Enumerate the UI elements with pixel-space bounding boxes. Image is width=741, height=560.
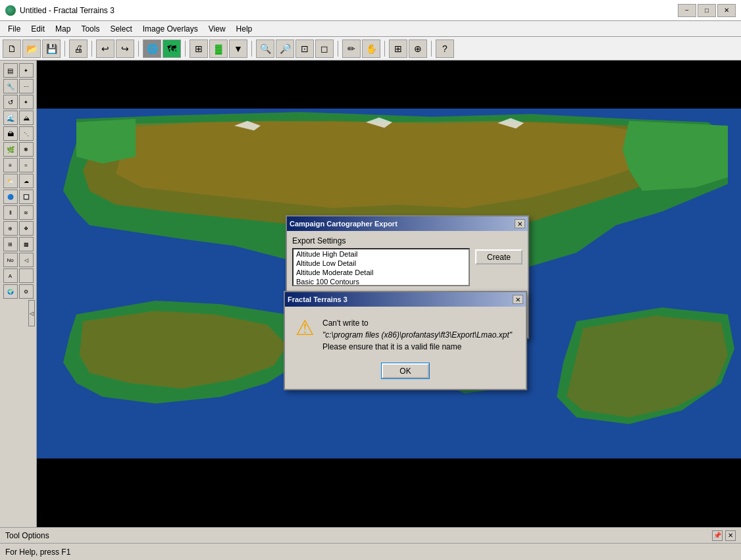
sep2 — [91, 41, 92, 57]
title-controls: − □ ✕ — [678, 4, 736, 17]
main-layout: ▤ ✦ 🔧 ⋯ ↺ ✦ 🌊 ⛰ 🏔 ⋱ 🌿 ❃ ≡ ≈ ⛅ ☁ — [0, 61, 741, 527]
sidebar-pair-10: Ⅱ ≋ — [3, 205, 34, 220]
ft3-ok-row: OK — [295, 363, 515, 378]
status-text: For Help, press F1 — [5, 547, 70, 557]
color2-btn[interactable]: ▼ — [229, 39, 247, 58]
sb-btn-7[interactable]: 🌊 — [3, 111, 18, 125]
sb-btn-9[interactable]: 🏔 — [3, 126, 18, 141]
sidebar-pair-8: ⛅ ☁ — [3, 174, 34, 188]
svg-rect-1 — [37, 459, 741, 527]
ft3-message-row: ⚠ Can't write to "c:\program files (x86)… — [295, 317, 515, 353]
menu-tools[interactable]: Tools — [76, 21, 105, 36]
ft3-alert-dialog: Fractal Terrains 3 ✕ ⚠ Can't write to "c… — [284, 291, 527, 390]
grid2-btn[interactable]: ⊞ — [389, 39, 407, 58]
sidebar-pair-1: ▤ ✦ — [3, 63, 34, 78]
sb-btn-22[interactable]: ❖ — [19, 221, 34, 236]
sb-btn-6[interactable]: ✦ — [19, 95, 34, 109]
menu-file[interactable]: File — [3, 21, 26, 36]
menu-select[interactable]: Select — [105, 21, 137, 36]
sb-btn-12[interactable]: ❃ — [19, 142, 34, 157]
export-list-container: Altitude High Detail Altitude Low Detail… — [292, 248, 523, 286]
ft3-ok-button[interactable]: OK — [382, 363, 429, 378]
sidebar-pair-13: No ◁ — [3, 253, 34, 267]
pen-btn[interactable]: ✏ — [342, 39, 361, 58]
grid-btn[interactable]: ⊞ — [190, 39, 208, 58]
menu-help[interactable]: Help — [231, 21, 258, 36]
toolbar: 🗋 📂 💾 🖨 ↩ ↪ 🌐 🗺 ⊞ ▓ ▼ 🔍 🔎 ⊡ ◻ ✏ ✋ ⊞ ⊕ ? — [0, 37, 741, 61]
render2-btn[interactable]: 🗺 — [163, 39, 181, 58]
sb-btn-23[interactable]: ⊞ — [3, 237, 18, 251]
export-list[interactable]: Altitude High Detail Altitude Low Detail… — [292, 248, 470, 286]
print-btn[interactable]: 🖨 — [69, 39, 88, 58]
sb-btn-11[interactable]: 🌿 — [3, 142, 18, 157]
open-btn[interactable]: 📂 — [22, 39, 41, 58]
sb-btn-21[interactable]: ⊕ — [3, 221, 18, 236]
ft3-message: Can't write to "c:\program files (x86)\p… — [322, 317, 512, 353]
help-btn2[interactable]: ? — [436, 39, 454, 58]
sb-btn-18[interactable]: 🔲 — [19, 190, 34, 204]
zoom-out-btn[interactable]: 🔎 — [276, 39, 294, 58]
sb-btn-13[interactable]: ≡ — [3, 158, 18, 172]
list-item-1[interactable]: Altitude High Detail — [294, 249, 469, 259]
sb-btn-15[interactable]: ⛅ — [3, 174, 18, 188]
sb-btn-14[interactable]: ≈ — [19, 158, 34, 172]
sb-btn-1[interactable]: ▤ — [3, 63, 18, 78]
menu-map[interactable]: Map — [50, 21, 76, 36]
redo-btn[interactable]: ↪ — [116, 39, 134, 58]
zoom-in-btn[interactable]: 🔍 — [256, 39, 274, 58]
sb-btn-16[interactable]: ☁ — [19, 174, 34, 188]
sb-btn-29[interactable]: 🌍 — [3, 284, 18, 299]
ft3-title: Fractal Terrains 3 — [288, 295, 347, 303]
close-button[interactable]: ✕ — [717, 4, 736, 17]
menu-image-overlays[interactable]: Image Overlays — [138, 21, 203, 36]
sep1 — [64, 41, 65, 57]
ft3-close-btn[interactable]: ✕ — [513, 295, 523, 304]
color-btn[interactable]: ▓ — [209, 39, 228, 58]
save-btn[interactable]: 💾 — [42, 39, 61, 58]
zoom-fit2-btn[interactable]: ◻ — [315, 39, 334, 58]
minimize-button[interactable]: − — [678, 4, 696, 17]
ft3-msg-line2: "c:\program files (x86)\profantasy\ft3\E… — [322, 329, 512, 341]
collapse-btn[interactable]: ◁ — [28, 300, 35, 326]
tool-opt-pin[interactable]: 📌 — [712, 530, 723, 541]
render-btn[interactable]: 🌐 — [143, 39, 161, 58]
sidebar-pair-5: 🏔 ⋱ — [3, 126, 34, 141]
sb-btn-30[interactable]: ⚙ — [19, 284, 34, 299]
sb-btn-28[interactable] — [19, 268, 34, 283]
menu-view[interactable]: View — [203, 21, 231, 36]
new-btn[interactable]: 🗋 — [3, 39, 21, 58]
list-item-4[interactable]: Basic 100 Contours — [294, 277, 469, 286]
zoom-fit-btn[interactable]: ⊡ — [295, 39, 314, 58]
sidebar-pair-3: ↺ ✦ — [3, 95, 34, 109]
undo-btn[interactable]: ↩ — [96, 39, 115, 58]
pan-btn[interactable]: ✋ — [362, 39, 380, 58]
sb-btn-26[interactable]: ◁ — [19, 253, 34, 267]
sb-btn-10[interactable]: ⋱ — [19, 126, 34, 141]
list-item-2[interactable]: Altitude Low Detail — [294, 259, 469, 268]
maximize-button[interactable]: □ — [698, 4, 716, 17]
create-button[interactable]: Create — [475, 249, 523, 265]
menu-edit[interactable]: Edit — [26, 21, 50, 36]
sb-btn-17[interactable]: 🔵 — [3, 190, 18, 204]
left-sidebar: ▤ ✦ 🔧 ⋯ ↺ ✦ 🌊 ⛰ 🏔 ⋱ 🌿 ❃ ≡ ≈ ⛅ ☁ — [0, 61, 37, 527]
sb-btn-3[interactable]: 🔧 — [3, 79, 18, 93]
sb-btn-27[interactable]: A — [3, 268, 18, 283]
ft3-msg-line3: Please ensure that it is a valid file na… — [322, 341, 512, 353]
sb-btn-24[interactable]: ▩ — [19, 237, 34, 251]
sb-btn-2[interactable]: ✦ — [19, 63, 34, 78]
tool-options-bar: Tool Options 📌 ✕ — [0, 527, 741, 543]
app-icon — [5, 5, 16, 16]
extra-btn[interactable]: ⊕ — [409, 39, 427, 58]
sb-btn-25[interactable]: No — [3, 253, 18, 267]
sb-btn-5[interactable]: ↺ — [3, 95, 18, 109]
sb-btn-8[interactable]: ⛰ — [19, 111, 34, 125]
sb-btn-20[interactable]: ≋ — [19, 205, 34, 220]
sep3 — [138, 41, 139, 57]
tool-opt-close[interactable]: ✕ — [725, 530, 736, 541]
sb-btn-19[interactable]: Ⅱ — [3, 205, 18, 220]
sidebar-pair-12: ⊞ ▩ — [3, 237, 34, 251]
sb-btn-4[interactable]: ⋯ — [19, 79, 34, 93]
list-item-3[interactable]: Altitude Moderate Detail — [294, 268, 469, 277]
warning-icon: ⚠ — [295, 317, 315, 338]
cc-export-close-btn[interactable]: ✕ — [515, 219, 525, 228]
